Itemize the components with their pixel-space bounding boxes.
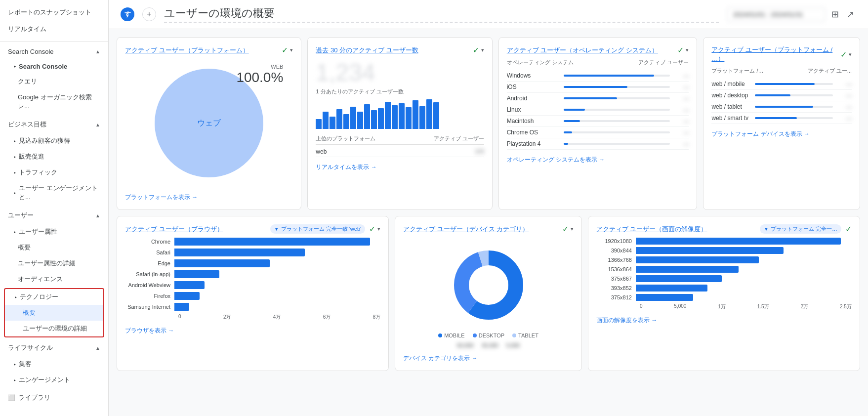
library-icon: ⬜ bbox=[8, 394, 15, 401]
sidebar-realtime[interactable]: リアルタイム bbox=[0, 21, 108, 38]
browser-check[interactable]: ✓ ▾ bbox=[369, 224, 380, 234]
os-check[interactable]: ✓ ▾ bbox=[677, 45, 689, 55]
res-check[interactable]: ✓ bbox=[845, 224, 852, 234]
rt-card-title[interactable]: 過去 30 分のアクティブ ユーザー数 bbox=[316, 46, 418, 55]
sidebar-library[interactable]: ⬜ ライブラリ bbox=[0, 390, 108, 406]
columns-icon[interactable]: ⊞ bbox=[829, 7, 841, 22]
os-val: — bbox=[674, 129, 689, 135]
pd-row: web / desktop — bbox=[711, 90, 852, 101]
res-card-title[interactable]: アクティブ ユーザー（画面の解像度） bbox=[596, 225, 707, 234]
add-button[interactable]: + bbox=[142, 7, 156, 21]
sidebar-lead-gen[interactable]: ▸ 見込み顧客の獲得 bbox=[0, 133, 108, 149]
sidebar-snapshot[interactable]: レポートのスナップショット bbox=[0, 4, 108, 21]
check-icon6: ✓ bbox=[562, 224, 569, 234]
browser-bar bbox=[174, 281, 205, 289]
os-bar bbox=[564, 143, 568, 145]
share-icon[interactable]: ↗ bbox=[845, 7, 856, 22]
sidebar-tech-detail[interactable]: ユーザーの環境の詳細 bbox=[5, 321, 103, 336]
lifecycle-header[interactable]: ライフサイクル ▲ bbox=[0, 339, 108, 356]
os-name: Android bbox=[507, 95, 560, 102]
page-title: ユーザーの環境の概要 bbox=[164, 6, 719, 23]
browser-bar bbox=[174, 249, 305, 256]
os-val: — bbox=[674, 73, 689, 79]
sidebar: レポートのスナップショット リアルタイム Search Console ▲ ▸ … bbox=[0, 0, 109, 416]
pd-bar-container bbox=[755, 83, 833, 85]
pd-col1: プラットフォーム /… bbox=[711, 67, 763, 75]
res-link[interactable]: 画面の解像度を表示 → bbox=[596, 316, 852, 325]
rt-col1: 上位のプラットフォーム bbox=[316, 135, 375, 142]
rt-col2: アクティブ ユーザー bbox=[434, 135, 484, 142]
device-dropdown[interactable]: ▾ bbox=[571, 226, 574, 232]
res-x-axis-label: 2万 bbox=[801, 303, 809, 310]
browser-link[interactable]: ブラウザを表示 → bbox=[125, 327, 380, 335]
sidebar-top-section: レポートのスナップショット リアルタイム bbox=[0, 0, 108, 42]
os-card-title[interactable]: アクティブ ユーザー（オペレーティング システム） bbox=[507, 46, 658, 55]
os-bar bbox=[564, 109, 585, 111]
business-header[interactable]: ビジネス目標 ▲ bbox=[0, 116, 108, 133]
browser-dropdown[interactable]: ▾ bbox=[377, 226, 380, 232]
device-donut-container: MOBILE DESKTOP TABLET 60,000 35,000 5,00… bbox=[403, 238, 574, 348]
device-link[interactable]: デバイス カテゴリを表示 → bbox=[403, 354, 574, 363]
os-bar-container bbox=[564, 75, 670, 77]
device-check[interactable]: ✓ ▾ bbox=[562, 224, 574, 234]
sidebar-organic[interactable]: Google オーガニック検索レ... bbox=[0, 89, 108, 114]
check-icon7: ✓ bbox=[845, 224, 852, 234]
pd-link[interactable]: プラットフォーム デバイスを表示 → bbox=[711, 130, 852, 138]
res-row: 390x844 bbox=[596, 247, 852, 254]
search-console-header[interactable]: Search Console ▲ bbox=[0, 44, 108, 59]
user-header[interactable]: ユーザー ▲ bbox=[0, 207, 108, 224]
os-val: — bbox=[674, 141, 689, 147]
rt-link[interactable]: リアルタイムを表示 → bbox=[316, 163, 484, 171]
device-legend: MOBILE DESKTOP TABLET bbox=[438, 333, 538, 338]
res-x-axis-label: 0 bbox=[640, 303, 643, 310]
browser-label: Android Webview bbox=[125, 282, 174, 288]
sidebar-traffic[interactable]: ▸ トラフィック bbox=[0, 165, 108, 180]
sidebar-user-attr[interactable]: ▸ ユーザー属性 bbox=[0, 224, 108, 240]
rt-dropdown[interactable]: ▾ bbox=[481, 47, 484, 53]
sidebar-engagement2[interactable]: ▸ エンゲージメント bbox=[0, 372, 108, 388]
rt-bar bbox=[357, 112, 363, 129]
search-console-section: Search Console ▲ ▸ Search Console クエリ Go… bbox=[0, 44, 108, 114]
rt-bar bbox=[364, 104, 370, 129]
device-card: アクティブ ユーザー（デバイス カテゴリ） ✓ ▾ bbox=[395, 216, 582, 371]
os-name: Windows bbox=[507, 72, 560, 79]
device-card-title[interactable]: アクティブ ユーザー（デバイス カテゴリ） bbox=[403, 225, 529, 234]
platform-check[interactable]: ✓ ▾ bbox=[282, 45, 293, 55]
os-link[interactable]: オペレーティング システムを表示 → bbox=[507, 156, 689, 164]
platform-link[interactable]: プラットフォームを表示 → bbox=[125, 193, 293, 202]
res-bar bbox=[636, 266, 739, 273]
pd-dropdown[interactable]: ▾ bbox=[849, 51, 852, 58]
sidebar-query[interactable]: クエリ bbox=[0, 74, 108, 89]
sidebar-engagement[interactable]: ▸ ユーザー エンゲージメントと... bbox=[0, 180, 108, 205]
chevron-up-icon4: ▲ bbox=[95, 345, 100, 351]
cards-container: アクティブ ユーザー（プラットフォーム） ✓ ▾ ウェブ WEB 100.0% bbox=[109, 29, 868, 385]
rt-bar-chart bbox=[316, 99, 484, 129]
pd-check[interactable]: ✓ ▾ bbox=[840, 50, 852, 59]
sidebar-acquisition[interactable]: ▸ 集客 bbox=[0, 356, 108, 372]
os-row: Linux — bbox=[507, 104, 689, 116]
sidebar-sales[interactable]: ▸ 販売促進 bbox=[0, 149, 108, 165]
browser-card-title[interactable]: アクティブ ユーザー（ブラウザ） bbox=[125, 225, 223, 234]
browser-bar-wrap bbox=[174, 270, 380, 278]
sidebar-technology[interactable]: ▸ テクノロジー bbox=[5, 289, 103, 305]
browser-bar bbox=[174, 303, 189, 311]
res-bar-wrap bbox=[636, 285, 852, 291]
date-picker[interactable]: 2024/01/01 - 2024/01/31 bbox=[727, 7, 826, 22]
cards-row-2: アクティブ ユーザー（ブラウザ） ▼ プラットフォーム 完全一致 'web' ✓… bbox=[117, 216, 860, 371]
platform-dropdown[interactable]: ▾ bbox=[290, 47, 293, 53]
res-header-right: ▼ プラットフォーム 完全一… ✓ bbox=[760, 224, 852, 234]
os-name: Linux bbox=[507, 106, 560, 113]
os-dropdown[interactable]: ▾ bbox=[686, 47, 689, 53]
pd-card-title[interactable]: アクティブ ユーザー（プラットフォーム / …） bbox=[711, 45, 840, 63]
mobile-val: 60,000 bbox=[457, 342, 474, 348]
sidebar-tech-overview[interactable]: 概要 bbox=[5, 305, 103, 321]
sidebar-audience[interactable]: オーディエンス bbox=[0, 271, 108, 287]
os-name: iOS bbox=[507, 83, 560, 90]
sidebar-overview1[interactable]: 概要 bbox=[0, 240, 108, 255]
sidebar-user-detail[interactable]: ユーザー属性の詳細 bbox=[0, 255, 108, 271]
sidebar-search-console-child[interactable]: ▸ Search Console bbox=[0, 59, 108, 74]
os-bar-container bbox=[564, 120, 670, 122]
rt-bar bbox=[406, 107, 412, 129]
platform-card-title[interactable]: アクティブ ユーザー（プラットフォーム） bbox=[125, 46, 249, 55]
rt-check[interactable]: ✓ ▾ bbox=[473, 45, 484, 55]
